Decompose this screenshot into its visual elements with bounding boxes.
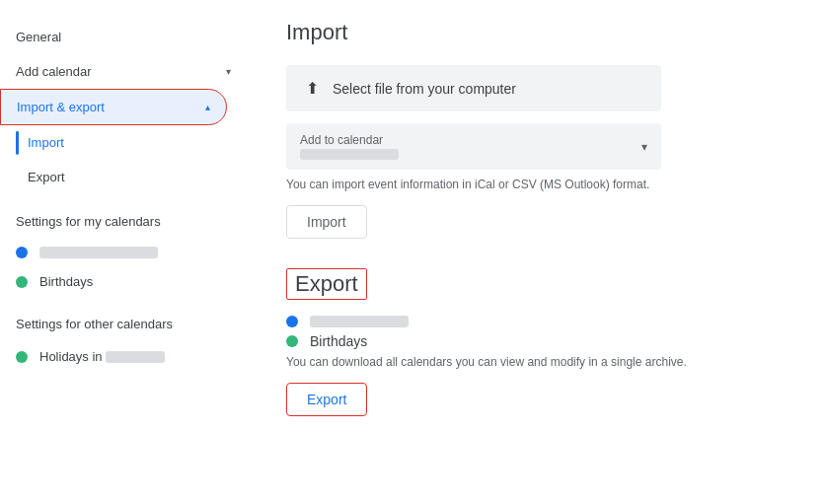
- sidebar-sub-items: Import Export: [0, 125, 247, 194]
- import-hint-text: You can import event information in iCal…: [286, 178, 661, 191]
- my-calendar-item-birthdays: Birthdays: [0, 266, 247, 297]
- other-calendar-item-1: Holidays in: [0, 341, 247, 372]
- select-file-label: Select file from your computer: [333, 81, 516, 97]
- export-section: Export Birthdays You can download all ca…: [286, 268, 786, 416]
- import-label: Import: [28, 135, 64, 150]
- import-title: Import: [286, 20, 786, 45]
- select-file-button[interactable]: ⬆ Select file from your computer: [286, 65, 661, 111]
- import-button-label: Import: [307, 214, 346, 230]
- export-hint-text: You can download all calendars you can v…: [286, 355, 701, 369]
- export-calendar-1-redacted: [310, 316, 409, 327]
- export-calendar-birthdays: Birthdays: [286, 333, 786, 349]
- birthdays-label: Birthdays: [39, 274, 93, 289]
- sidebar-add-calendar[interactable]: Add calendar ▾: [0, 54, 247, 89]
- export-title: Export: [286, 268, 367, 300]
- sidebar-import-export[interactable]: Import & export ▴: [0, 89, 227, 125]
- export-birthdays-label: Birthdays: [310, 333, 367, 349]
- export-button-label: Export: [307, 392, 346, 407]
- add-to-calendar-dropdown[interactable]: Add to calendar ▾: [286, 123, 661, 170]
- sidebar-general-label: General: [0, 20, 247, 54]
- holidays-label: Holidays in: [39, 349, 103, 364]
- settings-my-calendars-title: Settings for my calendars: [0, 194, 247, 239]
- add-to-calendar-value-redacted: [300, 149, 399, 160]
- chevron-up-icon: ▴: [205, 102, 210, 112]
- import-export-label: Import & export: [17, 100, 105, 114]
- add-to-calendar-label: Add to calendar: [300, 133, 641, 147]
- holidays-name-redacted: [106, 351, 165, 363]
- dropdown-arrow-icon: ▾: [641, 140, 647, 154]
- calendar-name-redacted: [39, 247, 158, 258]
- calendar-dot-blue: [16, 247, 28, 258]
- sidebar-item-export[interactable]: Export: [0, 160, 247, 194]
- import-section: Import ⬆ Select file from your computer …: [286, 20, 786, 239]
- import-button[interactable]: Import: [286, 205, 367, 239]
- upload-icon: ⬆: [306, 79, 319, 98]
- sidebar: General Add calendar ▾ Import & export ▴…: [0, 0, 247, 504]
- chevron-down-icon: ▾: [226, 66, 231, 77]
- export-calendar-1: [286, 316, 786, 327]
- settings-other-calendars-title: Settings for other calendars: [0, 297, 247, 341]
- export-dot-green: [286, 335, 298, 347]
- calendar-dot-green: [16, 276, 28, 288]
- add-to-calendar-inner: Add to calendar: [300, 133, 641, 160]
- other-calendar-dot: [16, 351, 28, 363]
- export-button[interactable]: Export: [286, 383, 367, 416]
- export-dot-blue: [286, 316, 298, 327]
- main-content: Import ⬆ Select file from your computer …: [247, 0, 825, 504]
- my-calendar-item-1: [0, 239, 247, 266]
- export-label: Export: [28, 170, 65, 184]
- add-calendar-label: Add calendar: [16, 64, 92, 79]
- sidebar-item-import[interactable]: Import: [0, 125, 247, 160]
